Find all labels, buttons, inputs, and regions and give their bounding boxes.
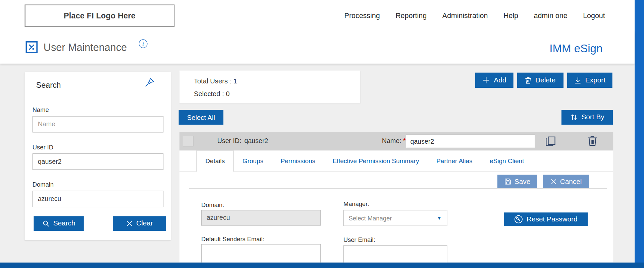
total-users-text: Total Users : 1 bbox=[194, 77, 237, 85]
search-userid-label: User ID bbox=[33, 144, 53, 151]
top-navigation: Processing Reporting Administration Help… bbox=[344, 0, 605, 31]
sort-icon bbox=[570, 114, 578, 121]
user-maintenance-icon bbox=[25, 41, 38, 53]
add-button-label: Add bbox=[494, 76, 506, 84]
cancel-icon bbox=[550, 178, 557, 185]
delete-button-label: Delete bbox=[535, 76, 555, 84]
nav-item-processing[interactable]: Processing bbox=[344, 11, 380, 20]
name-label: Name: * bbox=[382, 137, 406, 145]
tab-partner-alias[interactable]: Partner Alias bbox=[428, 150, 481, 171]
nav-item-reporting[interactable]: Reporting bbox=[395, 11, 427, 20]
nav-item-admin-one[interactable]: admin one bbox=[534, 11, 568, 20]
info-icon[interactable]: i bbox=[139, 40, 148, 48]
copy-icon[interactable] bbox=[545, 136, 556, 147]
export-button[interactable]: Export bbox=[567, 73, 612, 88]
tab-effective-permission-summary[interactable]: Effective Permission Summary bbox=[324, 150, 428, 171]
right-accent-bar bbox=[635, 0, 644, 268]
reset-password-button[interactable]: Reset Password bbox=[504, 212, 588, 226]
cancel-button-label: Cancel bbox=[560, 178, 582, 186]
save-button-label: Save bbox=[515, 178, 530, 186]
manager-dropdown[interactable]: Select Manager ▼ bbox=[343, 210, 447, 226]
required-mark: * bbox=[403, 137, 406, 144]
selected-count-text: Selected : 0 bbox=[194, 90, 230, 97]
select-all-button-label: Select All bbox=[187, 114, 215, 121]
user-id-label: User ID: bbox=[217, 137, 241, 145]
user-maintenance-page: Place FI Logo Here Processing Reporting … bbox=[0, 0, 644, 268]
cancel-button[interactable]: Cancel bbox=[543, 175, 589, 188]
delete-icon bbox=[525, 76, 532, 84]
row-checkbox[interactable] bbox=[183, 136, 194, 146]
reset-password-icon bbox=[514, 215, 523, 224]
content-area: Search Name User ID Domain Search bbox=[0, 64, 635, 263]
clear-icon bbox=[126, 220, 133, 227]
sort-by-button-label: Sort By bbox=[581, 113, 604, 121]
export-icon bbox=[574, 76, 582, 84]
page-title: User Maintenance bbox=[44, 42, 127, 54]
nav-item-administration[interactable]: Administration bbox=[442, 11, 488, 20]
user-email-label: User Email: bbox=[343, 236, 375, 243]
user-detail-panel: Details Groups Permissions Effective Per… bbox=[179, 150, 613, 262]
reset-password-button-label: Reset Password bbox=[527, 215, 578, 223]
clear-button[interactable]: Clear bbox=[113, 216, 166, 231]
delete-button[interactable]: Delete bbox=[517, 73, 564, 88]
sort-by-button[interactable]: Sort By bbox=[561, 110, 613, 125]
search-name-input[interactable] bbox=[33, 116, 164, 133]
clear-button-label: Clear bbox=[136, 219, 153, 227]
export-button-label: Export bbox=[585, 76, 605, 84]
tab-details[interactable]: Details bbox=[196, 150, 234, 172]
select-all-button[interactable]: Select All bbox=[179, 110, 223, 125]
search-panel: Search Name User ID Domain Search bbox=[24, 72, 171, 240]
tab-groups[interactable]: Groups bbox=[234, 150, 272, 171]
manager-dropdown-value: Select Manager bbox=[349, 214, 437, 221]
tab-esign-client[interactable]: eSign Client bbox=[481, 150, 533, 171]
search-button-label: Search bbox=[53, 219, 75, 227]
save-button[interactable]: Save bbox=[497, 175, 537, 188]
brand-text: IMM eSign bbox=[549, 42, 602, 55]
pin-icon[interactable] bbox=[144, 77, 155, 88]
add-button[interactable]: Add bbox=[475, 73, 514, 88]
page-header: User Maintenance i IMM eSign bbox=[0, 31, 635, 64]
save-icon bbox=[504, 178, 511, 185]
divider bbox=[189, 188, 607, 189]
search-panel-title: Search bbox=[36, 81, 61, 90]
domain-label: Domain: bbox=[201, 201, 224, 208]
search-icon bbox=[42, 220, 50, 227]
tab-bar: Details Groups Permissions Effective Per… bbox=[179, 150, 613, 172]
bottom-accent-bar bbox=[0, 263, 644, 268]
manager-label: Manager: bbox=[343, 200, 370, 207]
search-domain-input[interactable] bbox=[33, 191, 164, 207]
user-card: User ID: qauser2 Name: * Details Groups bbox=[179, 132, 613, 262]
fi-logo-placeholder: Place FI Logo Here bbox=[24, 4, 174, 27]
tab-permissions[interactable]: Permissions bbox=[272, 150, 324, 171]
summary-box: Total Users : 1 Selected : 0 bbox=[179, 71, 360, 104]
default-senders-email-label: Default Senders Email: bbox=[201, 236, 264, 243]
user-email-input[interactable] bbox=[343, 245, 447, 262]
default-senders-email-input[interactable] bbox=[201, 244, 321, 263]
search-domain-label: Domain bbox=[33, 181, 54, 188]
add-icon bbox=[482, 76, 490, 84]
name-input[interactable] bbox=[406, 135, 535, 148]
user-row-header: User ID: qauser2 Name: * bbox=[179, 132, 613, 150]
domain-input bbox=[201, 210, 321, 226]
chevron-down-icon: ▼ bbox=[437, 215, 442, 221]
nav-item-logout[interactable]: Logout bbox=[583, 11, 605, 20]
search-userid-input[interactable] bbox=[33, 153, 164, 170]
user-id-value: qauser2 bbox=[245, 137, 268, 145]
nav-item-help[interactable]: Help bbox=[503, 11, 518, 20]
search-button[interactable]: Search bbox=[34, 216, 84, 231]
search-name-label: Name bbox=[33, 106, 49, 113]
row-delete-icon[interactable] bbox=[587, 135, 598, 147]
top-bar: Place FI Logo Here Processing Reporting … bbox=[0, 0, 635, 31]
